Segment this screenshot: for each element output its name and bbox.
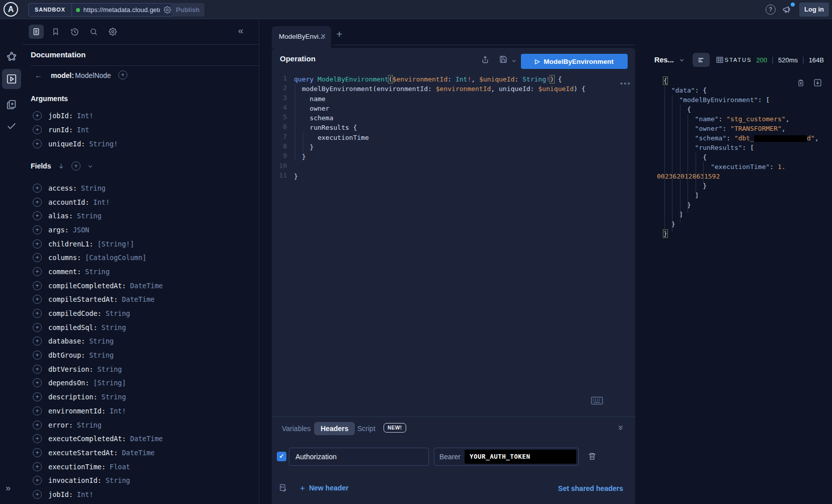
operation-collections-icon[interactable]	[3, 96, 20, 113]
field-type[interactable]: String	[81, 184, 106, 192]
field-row[interactable]: +args:JSON	[23, 223, 259, 237]
saved-operations-bookmark-icon[interactable]	[48, 25, 63, 39]
field-row[interactable]: +compiledCode:String	[23, 306, 259, 320]
field-type[interactable]: String	[97, 365, 122, 373]
save-operation-icon[interactable]	[499, 55, 507, 63]
field-row[interactable]: +childrenL1:[String!]	[23, 237, 259, 251]
field-row[interactable]: +compileStartedAt:DateTime	[23, 293, 259, 307]
field-type[interactable]: JSON	[73, 226, 90, 234]
explorer-icon[interactable]	[3, 70, 20, 87]
field-row[interactable]: +alias:String	[23, 209, 259, 223]
code-line[interactable]: 10	[272, 162, 635, 172]
add-to-query-icon[interactable]: +	[33, 434, 42, 443]
add-to-query-icon[interactable]: +	[33, 198, 42, 207]
code-line[interactable]: 5 schema	[272, 113, 635, 123]
tab-script[interactable]: Script	[357, 425, 375, 433]
field-type[interactable]: DateTime	[122, 295, 155, 303]
field-type[interactable]: Int!	[93, 198, 110, 206]
endpoint-url-input[interactable]: https://metadata.cloud.getd	[84, 6, 160, 14]
field-type[interactable]: String	[102, 323, 126, 331]
field-row[interactable]: +access:String	[23, 181, 259, 195]
apollo-logo[interactable]: A	[4, 2, 18, 17]
field-row[interactable]: +columns:[CatalogColumn]	[23, 250, 259, 265]
response-json[interactable]: { "data": { "modelByEnvironment": [ { "n…	[663, 76, 819, 238]
add-to-query-icon[interactable]: +	[33, 365, 42, 374]
sort-fields-icon[interactable]	[58, 162, 64, 170]
query-editor[interactable]: 1query ModelByEnvironment($environmentId…	[272, 74, 635, 181]
settings-gear-icon[interactable]	[105, 25, 120, 39]
add-to-query-icon[interactable]: +	[33, 421, 42, 430]
code-line[interactable]: 2 modelByEnvironment(environmentId: $env…	[272, 84, 635, 94]
close-tab-icon[interactable]: ✕	[320, 32, 326, 40]
add-to-query-icon[interactable]: +	[33, 111, 42, 120]
keyboard-shortcuts-icon[interactable]	[591, 396, 603, 405]
checks-icon[interactable]	[3, 117, 20, 134]
field-row[interactable]: +dependsOn:[String]	[23, 376, 259, 390]
field-type[interactable]: String!	[89, 140, 118, 148]
documentation-tab-icon[interactable]	[29, 25, 44, 39]
breadcrumb-type-link[interactable]: ModelNode	[75, 71, 111, 79]
add-to-query-icon[interactable]: +	[33, 337, 42, 346]
set-shared-headers-button[interactable]: Set shared headers	[558, 484, 623, 492]
auth-token-value[interactable]: YOUR_AUTH_TOKEN	[465, 450, 576, 464]
field-row[interactable]: +database:String	[23, 334, 259, 349]
field-type[interactable]: [String!]	[97, 240, 134, 248]
field-row[interactable]: +executeCompletedAt:DateTime	[23, 432, 259, 446]
schema-graph-icon[interactable]	[3, 48, 20, 64]
add-to-query-icon[interactable]: +	[33, 267, 42, 276]
publish-button[interactable]: Publish	[171, 3, 204, 17]
argument-row[interactable]: +runId:Int	[23, 123, 259, 137]
add-to-query-icon[interactable]: +	[33, 323, 42, 332]
field-type[interactable]: Int!	[77, 490, 94, 498]
add-to-query-icon[interactable]: +	[33, 211, 42, 220]
header-name-input[interactable]: Authorization	[289, 448, 429, 466]
add-to-query-icon[interactable]: +	[33, 448, 42, 457]
field-type[interactable]: String	[85, 268, 110, 276]
field-row[interactable]: +dbtVersion:String	[23, 362, 259, 376]
new-header-button[interactable]: +New header	[300, 483, 349, 493]
code-line[interactable]: 11}	[272, 172, 635, 181]
code-line[interactable]: 6 runResults {	[272, 123, 635, 132]
tab-headers[interactable]: Headers	[314, 422, 355, 435]
add-to-query-icon[interactable]: +	[33, 139, 42, 148]
field-row[interactable]: +description:String	[23, 390, 259, 404]
field-row[interactable]: +dbtGroup:String	[23, 348, 259, 362]
field-type[interactable]: String	[106, 309, 130, 317]
share-operation-icon[interactable]	[481, 55, 489, 64]
field-row[interactable]: +executeStartedAt:DateTime	[23, 446, 259, 460]
search-icon[interactable]	[86, 25, 101, 39]
field-type[interactable]: String	[89, 337, 114, 345]
header-value-input[interactable]: Bearer YOUR_AUTH_TOKEN	[434, 448, 579, 466]
field-type[interactable]: String	[102, 393, 126, 401]
collapse-bottom-panel-icon[interactable]	[617, 424, 624, 431]
field-type[interactable]: Int	[77, 126, 89, 134]
add-to-query-icon[interactable]: +	[33, 462, 42, 471]
argument-row[interactable]: +jobId:Int!	[23, 109, 259, 123]
field-type[interactable]: Float	[110, 463, 130, 471]
add-to-query-icon[interactable]: +	[33, 392, 42, 401]
field-type[interactable]: String	[77, 421, 102, 429]
add-to-query-icon[interactable]: +	[33, 225, 42, 234]
code-line[interactable]: 4 owner	[272, 104, 635, 113]
field-type[interactable]: String	[106, 476, 130, 484]
add-fields-icon[interactable]: +	[71, 161, 81, 171]
delete-header-icon[interactable]	[588, 452, 596, 461]
field-type[interactable]: DateTime	[122, 449, 155, 457]
add-to-query-icon[interactable]: +	[33, 490, 42, 499]
code-line[interactable]: 3 name	[272, 94, 635, 104]
expand-rail-icon[interactable]: »	[6, 483, 11, 493]
field-type[interactable]: DateTime	[130, 435, 163, 443]
field-row[interactable]: +invocationId:String	[23, 473, 259, 487]
field-type[interactable]: String	[89, 351, 114, 359]
field-row[interactable]: +jobId:Int!	[23, 487, 259, 501]
add-all-fields-icon[interactable]: +	[118, 70, 127, 79]
add-to-query-icon[interactable]: +	[33, 378, 42, 387]
save-menu-chevron-icon[interactable]	[511, 58, 516, 63]
response-title[interactable]: Res...	[654, 56, 674, 64]
history-icon[interactable]	[67, 25, 82, 39]
field-row[interactable]: +compiledSql:String	[23, 320, 259, 334]
announcements-megaphone-icon[interactable]	[782, 5, 792, 14]
table-view-toggle-icon[interactable]	[716, 56, 724, 64]
field-row[interactable]: +environmentId:Int!	[23, 404, 259, 418]
help-icon[interactable]: ?	[766, 5, 776, 15]
